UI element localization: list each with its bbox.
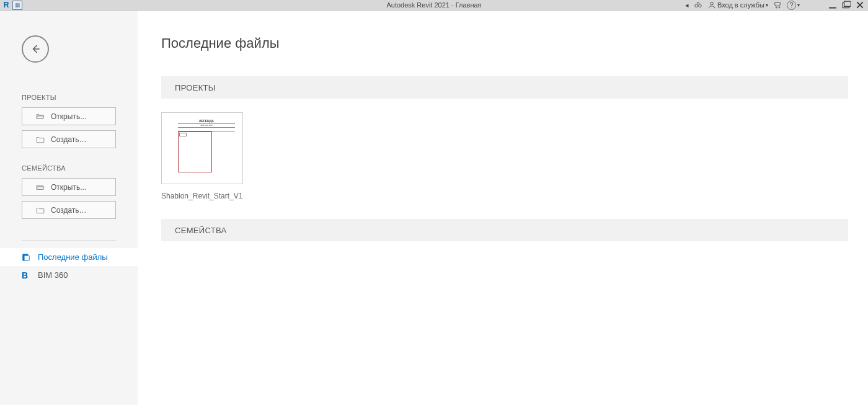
cart-icon[interactable]: [773, 1, 782, 9]
svg-rect-12: [24, 256, 29, 260]
open-family-label: Открыть...: [51, 183, 86, 192]
svg-point-0: [695, 4, 698, 7]
titlebar: R ▦ Autodesk Revit 2021 - Главная ◂ Вход…: [0, 0, 868, 11]
login-button[interactable]: Вход в службы ▾: [707, 1, 768, 9]
svg-point-3: [776, 7, 777, 8]
open-family-button[interactable]: Открыть...: [22, 178, 116, 196]
home-icon[interactable]: ▦: [12, 1, 22, 10]
file-name-label: Shablon_Revit_Start_V1: [161, 192, 243, 200]
revit-logo[interactable]: R: [1, 1, 11, 10]
nav-bim360-label: BIM 360: [38, 270, 68, 280]
divider: [22, 240, 116, 241]
section-projects-header: ПРОЕКТЫ: [161, 76, 848, 99]
back-button[interactable]: [22, 35, 49, 63]
svg-point-2: [711, 2, 714, 5]
sidebar: ПРОЕКТЫ Открыть... Создать… СЕМЕЙСТВА От…: [0, 11, 138, 405]
create-family-button[interactable]: Создать…: [22, 201, 116, 219]
section-families-header: СЕМЕЙСТВА: [161, 219, 848, 241]
create-project-button[interactable]: Создать…: [22, 130, 116, 148]
svg-point-1: [699, 4, 702, 7]
content-area: Последние файлы ПРОЕКТЫ ЛЕГЕНДА xxxx xxx…: [138, 11, 868, 405]
help-icon[interactable]: ?▾: [787, 1, 800, 10]
nav-recent-label: Последние файлы: [38, 252, 108, 262]
svg-rect-7: [844, 1, 851, 6]
projects-grid: ЛЕГЕНДА xxxx xxxx xxxx Shablon_Revit_Sta…: [138, 99, 868, 219]
projects-heading: ПРОЕКТЫ: [22, 94, 116, 101]
maximize-button[interactable]: [842, 1, 851, 9]
bim360-icon: B: [22, 270, 30, 280]
binoculars-icon[interactable]: [694, 1, 702, 9]
nav-recent-files[interactable]: Последние файлы: [0, 248, 138, 266]
window-title: Autodesk Revit 2021 - Главная: [386, 1, 481, 9]
login-label: Вход в службы: [717, 1, 764, 9]
file-thumbnail: ЛЕГЕНДА xxxx xxxx xxxx: [161, 112, 243, 184]
close-button[interactable]: [856, 1, 864, 9]
page-title: Последние файлы: [161, 35, 868, 51]
minimize-button[interactable]: [828, 1, 837, 9]
open-project-label: Открыть...: [51, 112, 86, 121]
arrow-left-icon[interactable]: ◂: [685, 1, 689, 9]
families-heading: СЕМЕЙСТВА: [22, 164, 116, 172]
create-family-label: Создать…: [51, 206, 87, 215]
nav-bim360[interactable]: B BIM 360: [0, 266, 138, 284]
open-project-button[interactable]: Открыть...: [22, 107, 116, 125]
svg-point-4: [779, 7, 780, 8]
create-project-label: Создать…: [51, 135, 87, 144]
recent-file-card[interactable]: ЛЕГЕНДА xxxx xxxx xxxx Shablon_Revit_Sta…: [161, 112, 243, 200]
